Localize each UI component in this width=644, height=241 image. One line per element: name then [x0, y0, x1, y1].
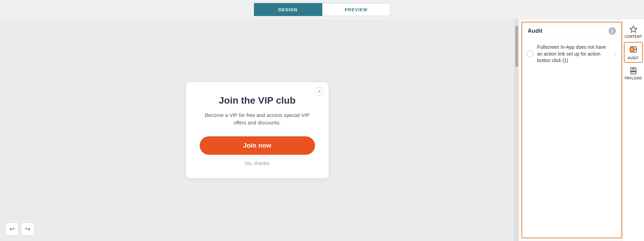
- audit-item-checkbox[interactable]: [527, 51, 533, 57]
- audit-item[interactable]: Fullscreen In-App does not have an actio…: [522, 39, 621, 70]
- top-bar: DESIGN PREVIEW: [0, 0, 644, 19]
- svg-marker-0: [630, 26, 637, 32]
- audit-panel: Audit 1 Fullscreen In-App does not have …: [521, 22, 622, 238]
- sidebar-item-content[interactable]: CONTENT: [624, 22, 643, 41]
- audit-item-text: Fullscreen In-App does not have an actio…: [537, 44, 611, 64]
- design-tab[interactable]: DESIGN: [254, 3, 322, 16]
- modal-description: Become a VIP for free and access special…: [200, 111, 315, 127]
- scrollbar-track[interactable]: [515, 19, 519, 241]
- undo-button[interactable]: ↩: [5, 223, 18, 236]
- preview-tab[interactable]: PREVIEW: [322, 3, 390, 16]
- audit-item-chevron-icon: ›: [615, 51, 617, 57]
- main-area: ✕ Join the VIP club Become a VIP for fre…: [0, 19, 644, 241]
- audit-count-badge: 1: [609, 27, 616, 35]
- payload-label: PAYLOAD: [625, 76, 642, 80]
- svg-rect-6: [631, 71, 636, 72]
- audit-panel-title: Audit: [528, 28, 542, 34]
- payload-icon: [629, 67, 638, 75]
- join-now-button[interactable]: Join now: [200, 136, 315, 155]
- audit-header: Audit 1: [522, 22, 621, 39]
- content-icon: [629, 25, 638, 33]
- audit-icon-badge: 1: [629, 47, 635, 52]
- modal-card: ✕ Join the VIP club Become a VIP for fre…: [186, 82, 329, 179]
- sidebar-item-payload[interactable]: PAYLOAD: [624, 64, 643, 82]
- modal-title: Join the VIP club: [219, 95, 296, 106]
- no-thanks-link[interactable]: No, thanks: [245, 160, 270, 166]
- audit-label: AUDIT: [628, 56, 639, 60]
- modal-close-button[interactable]: ✕: [315, 87, 324, 96]
- sidebar-item-audit[interactable]: 1 AUDIT: [624, 42, 643, 63]
- canvas-area: ✕ Join the VIP club Become a VIP for fre…: [0, 19, 514, 241]
- bottom-toolbar: ↩ ↪: [5, 223, 34, 236]
- sidebar-icons: CONTENT 1 AUDIT: [622, 19, 644, 241]
- scrollbar-thumb[interactable]: [515, 26, 518, 67]
- right-panel: Audit 1 Fullscreen In-App does not have …: [514, 19, 644, 241]
- content-label: CONTENT: [625, 35, 642, 39]
- redo-button[interactable]: ↪: [21, 223, 34, 236]
